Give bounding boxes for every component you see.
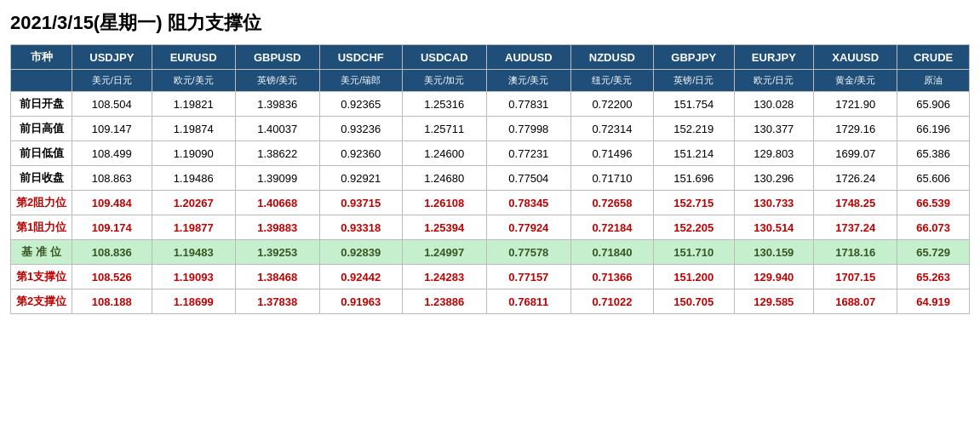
cell-value: 1.24680 xyxy=(402,166,486,191)
th-usdchf-2: 美元/瑞郎 xyxy=(319,70,402,92)
cell-value: 0.71022 xyxy=(570,289,653,314)
row-label: 前日低值 xyxy=(11,141,72,166)
cell-value: 0.93318 xyxy=(319,215,402,240)
cell-value: 0.76811 xyxy=(486,289,570,314)
row-label: 第1支撑位 xyxy=(11,265,72,289)
cell-value: 66.196 xyxy=(897,117,970,141)
cell-value: 65.263 xyxy=(897,265,970,289)
cell-value: 0.92839 xyxy=(319,240,402,265)
cell-value: 130.296 xyxy=(734,166,814,191)
cell-value: 1.19821 xyxy=(152,92,235,117)
cell-value: 109.147 xyxy=(72,117,152,141)
cell-value: 109.174 xyxy=(72,215,152,240)
cell-value: 0.92921 xyxy=(319,166,402,191)
cell-value: 1.25316 xyxy=(402,92,486,117)
cell-value: 1707.15 xyxy=(814,265,897,289)
cell-value: 108.499 xyxy=(72,141,152,166)
data-table: 市种 USDJPY EURUSD GBPUSD USDCHF USDCAD AU… xyxy=(10,44,970,314)
cell-value: 65.729 xyxy=(897,240,970,265)
th-label: 市种 xyxy=(11,45,72,70)
th-gbpusd-1: GBPUSD xyxy=(235,45,319,70)
row-label: 第2支撑位 xyxy=(11,289,72,314)
cell-value: 64.919 xyxy=(897,289,970,314)
cell-value: 108.188 xyxy=(72,289,152,314)
cell-value: 0.72658 xyxy=(570,191,653,215)
row-label: 前日收盘 xyxy=(11,166,72,191)
cell-value: 0.92365 xyxy=(319,92,402,117)
cell-value: 65.386 xyxy=(897,141,970,166)
table-body: 前日开盘108.5041.198211.398360.923651.253160… xyxy=(11,92,970,314)
th-xauusd-1: XAUUSD xyxy=(814,45,897,70)
cell-value: 1.19090 xyxy=(152,141,235,166)
cell-value: 129.803 xyxy=(734,141,814,166)
th-usdcad-1: USDCAD xyxy=(402,45,486,70)
cell-value: 1.25394 xyxy=(402,215,486,240)
cell-value: 108.526 xyxy=(72,265,152,289)
cell-value: 1721.90 xyxy=(814,92,897,117)
cell-value: 151.696 xyxy=(653,166,734,191)
table-row: 第2支撑位108.1881.186991.378380.919631.23886… xyxy=(11,289,970,314)
cell-value: 1.19874 xyxy=(152,117,235,141)
cell-value: 0.72314 xyxy=(570,117,653,141)
th-nzdusd-2: 纽元/美元 xyxy=(570,70,653,92)
cell-value: 108.504 xyxy=(72,92,152,117)
th-usdjpy-2: 美元/日元 xyxy=(72,70,152,92)
cell-value: 1.26108 xyxy=(402,191,486,215)
table-row: 前日低值108.4991.190901.386220.923601.246000… xyxy=(11,141,970,166)
cell-value: 130.733 xyxy=(734,191,814,215)
cell-value: 1.38468 xyxy=(235,265,319,289)
cell-value: 1.24997 xyxy=(402,240,486,265)
cell-value: 1.37838 xyxy=(235,289,319,314)
cell-value: 0.77831 xyxy=(486,92,570,117)
table-row: 前日开盘108.5041.198211.398360.923651.253160… xyxy=(11,92,970,117)
row-label: 基 准 位 xyxy=(11,240,72,265)
cell-value: 109.484 xyxy=(72,191,152,215)
cell-value: 0.77924 xyxy=(486,215,570,240)
cell-value: 0.71710 xyxy=(570,166,653,191)
cell-value: 0.93715 xyxy=(319,191,402,215)
th-audusd-2: 澳元/美元 xyxy=(486,70,570,92)
cell-value: 152.219 xyxy=(653,117,734,141)
table-row: 基 准 位108.8361.194831.392530.928391.24997… xyxy=(11,240,970,265)
cell-value: 1.40037 xyxy=(235,117,319,141)
cell-value: 129.585 xyxy=(734,289,814,314)
cell-value: 108.863 xyxy=(72,166,152,191)
th-nzdusd-1: NZDUSD xyxy=(570,45,653,70)
cell-value: 0.91963 xyxy=(319,289,402,314)
table-header-row-2: 美元/日元 欧元/美元 英镑/美元 美元/瑞郎 美元/加元 澳元/美元 纽元/美… xyxy=(11,70,970,92)
row-label: 前日高值 xyxy=(11,117,72,141)
cell-value: 108.836 xyxy=(72,240,152,265)
cell-value: 1.20267 xyxy=(152,191,235,215)
cell-value: 0.77157 xyxy=(486,265,570,289)
th-eurusd-1: EURUSD xyxy=(152,45,235,70)
cell-value: 152.205 xyxy=(653,215,734,240)
th-eurjpy-2: 欧元/日元 xyxy=(734,70,814,92)
cell-value: 130.377 xyxy=(734,117,814,141)
cell-value: 0.92442 xyxy=(319,265,402,289)
cell-value: 1718.16 xyxy=(814,240,897,265)
table-row: 前日收盘108.8631.194861.390990.929211.246800… xyxy=(11,166,970,191)
cell-value: 1726.24 xyxy=(814,166,897,191)
cell-value: 1.39883 xyxy=(235,215,319,240)
cell-value: 0.71366 xyxy=(570,265,653,289)
cell-value: 1.24600 xyxy=(402,141,486,166)
cell-value: 65.606 xyxy=(897,166,970,191)
cell-value: 66.073 xyxy=(897,215,970,240)
cell-value: 1729.16 xyxy=(814,117,897,141)
th-crude-1: CRUDE xyxy=(897,45,970,70)
page-title: 2021/3/15(星期一) 阻力支撑位 xyxy=(10,10,970,36)
cell-value: 1.19486 xyxy=(152,166,235,191)
th-gbpjpy-2: 英镑/日元 xyxy=(653,70,734,92)
row-label: 第1阻力位 xyxy=(11,215,72,240)
table-row: 第1支撑位108.5261.190931.384680.924421.24283… xyxy=(11,265,970,289)
cell-value: 0.92360 xyxy=(319,141,402,166)
cell-value: 0.93236 xyxy=(319,117,402,141)
th-eurjpy-1: EURJPY xyxy=(734,45,814,70)
cell-value: 0.77231 xyxy=(486,141,570,166)
table-header-row-1: 市种 USDJPY EURUSD GBPUSD USDCHF USDCAD AU… xyxy=(11,45,970,70)
cell-value: 1737.24 xyxy=(814,215,897,240)
cell-value: 150.705 xyxy=(653,289,734,314)
cell-value: 130.159 xyxy=(734,240,814,265)
cell-value: 66.539 xyxy=(897,191,970,215)
cell-value: 1.39253 xyxy=(235,240,319,265)
